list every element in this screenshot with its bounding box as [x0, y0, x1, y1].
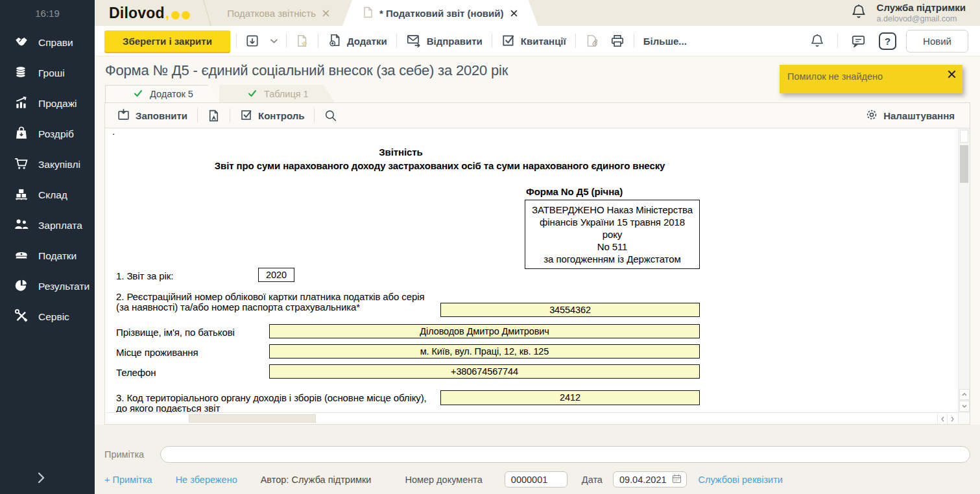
vertical-scroll-buttons [959, 388, 970, 412]
attachments-button[interactable]: Додатки [324, 33, 390, 49]
sidebar-item-money[interactable]: Гроші [0, 58, 95, 88]
sidebar-item-label: Податки [38, 250, 77, 262]
sidebar-item-retail[interactable]: Роздріб [0, 119, 95, 149]
chat-icon[interactable] [848, 33, 869, 49]
toolbar-divider [318, 34, 318, 48]
reg-number-field[interactable]: 34554362 [440, 303, 700, 317]
close-icon[interactable] [322, 10, 329, 17]
print-icon[interactable] [607, 34, 628, 48]
tab-tax-reporting[interactable]: Податкова звітність [209, 0, 342, 26]
chevron-down-icon[interactable] [268, 39, 280, 43]
sidebar-item-sales[interactable]: Продажі [0, 88, 95, 119]
toolbar-divider [396, 34, 397, 48]
user-area[interactable]: Служба підтримки a.delovod@gmail.com [850, 0, 980, 26]
sidebar-item-salary[interactable]: Зарплата [0, 210, 95, 241]
tab-appendix-5[interactable]: Додаток 5 [105, 85, 219, 102]
dilovod-logo[interactable]: Dilovod, [95, 0, 206, 26]
chevron-down-icon[interactable] [959, 401, 970, 412]
year-label: 1. Звіт за рік: [116, 270, 173, 281]
chevron-up-icon[interactable] [959, 389, 970, 400]
vertical-scrollbar[interactable] [958, 128, 970, 412]
checkbox-check-icon [240, 108, 253, 123]
toolbar-divider [286, 34, 287, 48]
sidebar-item-service[interactable]: Сервіс [0, 301, 95, 332]
cart-icon [14, 156, 29, 173]
help-icon[interactable]: ? [879, 32, 896, 50]
date-value: 09.04.2021 [619, 475, 667, 485]
sidebar-item-purchases[interactable]: Закупівлі [0, 149, 95, 180]
full-name-label: Прізвище, ім'я, по батькові [116, 327, 235, 338]
sidebar-collapse-chevron-icon[interactable] [38, 472, 45, 486]
control-button[interactable]: Контроль [237, 108, 307, 123]
note-input[interactable] [160, 446, 970, 463]
send-label: Відправити [427, 36, 483, 47]
date-input[interactable]: 09.04.2021 [613, 471, 687, 488]
sidebar-item-taxes[interactable]: Податки [0, 241, 95, 271]
toolbar-divider [634, 34, 634, 48]
year-field[interactable]: 2020 [258, 268, 294, 282]
receipts-button[interactable]: Квитанції [498, 33, 569, 49]
document-plus-icon [328, 33, 342, 49]
tab-label: * Податковий звіт (новий) [379, 8, 504, 19]
new-button[interactable]: Новий [906, 30, 968, 53]
toolbar-divider [197, 108, 198, 123]
horizontal-scroll-thumb[interactable] [189, 414, 316, 423]
address-label: Місце проживання [116, 347, 198, 358]
sidebar-item-cases[interactable]: Справи [0, 27, 95, 58]
territory-code-field[interactable]: 2412 [440, 390, 700, 405]
service-details-link[interactable]: Службові реквізити [699, 475, 783, 485]
sidebar-item-results[interactable]: Результати [0, 271, 95, 301]
chevron-left-icon[interactable] [937, 414, 947, 424]
settings-button[interactable]: Налаштування [865, 108, 961, 123]
sidebar-item-label: Закупівлі [38, 159, 80, 171]
sidebar-item-label: Зарплата [38, 220, 82, 231]
form-toolbar: Заповнити Контроль Налаштування [105, 103, 970, 128]
officer-cap-icon [14, 248, 29, 265]
bell-icon[interactable] [807, 33, 828, 49]
calendar-icon[interactable] [672, 474, 682, 486]
save-icon[interactable] [243, 34, 262, 48]
fill-label: Заповнити [136, 110, 187, 121]
bell-icon[interactable] [850, 3, 867, 23]
logo-dot [182, 11, 190, 19]
pdf-document-icon[interactable] [204, 109, 223, 123]
clock: 16:19 [0, 0, 95, 27]
chevron-right-icon[interactable] [947, 414, 957, 424]
territory-code-label: 3. Код територіального органу доходів і … [116, 393, 427, 412]
scroll-up-button[interactable] [960, 130, 968, 143]
template-star-icon[interactable] [293, 34, 312, 48]
fill-button[interactable]: Заповнити [114, 108, 191, 123]
full-name-field[interactable]: Діловодов Дмитро Дмитрович [269, 324, 700, 338]
check-icon [248, 89, 257, 99]
toolbar-divider [575, 34, 576, 48]
pie-chart-icon [14, 278, 29, 295]
send-button[interactable]: Відправити [403, 33, 486, 49]
tab-label: Податкова звітність [227, 8, 316, 19]
doc-number-input[interactable] [505, 471, 568, 488]
horizontal-scrollbar[interactable] [105, 412, 958, 424]
reg-number-label-line1: 2. Реєстраційний номер облікової картки … [116, 292, 425, 302]
sidebar-item-label: Продажі [38, 98, 77, 110]
close-icon[interactable] [948, 70, 956, 80]
tab-table-1[interactable]: Таблиця 1 [219, 85, 335, 102]
save-and-close-button[interactable]: Зберегти і закрити [104, 30, 230, 52]
tab-tax-report-new[interactable]: * Податковий звіт (новий) [342, 0, 538, 26]
doc-tab-label: Додаток 5 [150, 89, 193, 99]
sidebar-item-label: Сервіс [38, 311, 69, 323]
close-icon[interactable] [510, 10, 518, 17]
address-field[interactable]: м. Київ, вул. Праці, 12, кв. 125 [269, 344, 700, 359]
phone-field[interactable]: +380674567744 [269, 364, 700, 379]
date-label: Дата [582, 475, 603, 485]
envelope-send-icon [406, 33, 422, 49]
attach-file-icon[interactable] [582, 34, 601, 48]
pallet-icon [14, 187, 29, 204]
search-icon[interactable] [321, 109, 340, 123]
more-button[interactable]: Більше... [640, 36, 690, 47]
stray-dot: . [112, 128, 115, 137]
vertical-scroll-thumb[interactable] [960, 145, 968, 183]
add-note-link[interactable]: + Примітка [104, 475, 152, 485]
sidebar-item-warehouse[interactable]: Склад [0, 180, 95, 210]
not-saved-status[interactable]: Не збережено [176, 475, 237, 485]
reg-number-label-line2: (за наявності) та/або номер паспорта стр… [116, 302, 425, 312]
check-icon [134, 89, 143, 99]
